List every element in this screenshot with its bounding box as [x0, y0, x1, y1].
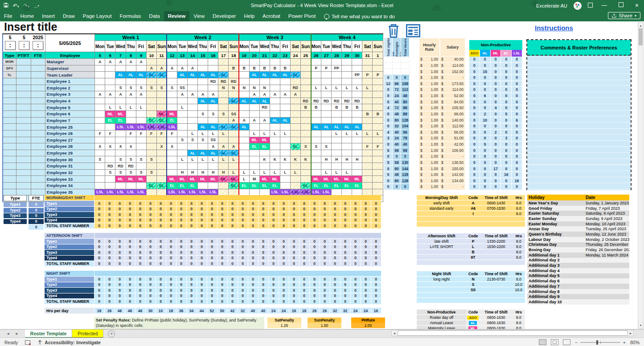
shift-count-cell[interactable]: 0 — [156, 206, 166, 212]
roster-cell[interactable] — [188, 59, 198, 65]
roster-cell[interactable] — [198, 85, 208, 91]
hrs-per-day-cell[interactable]: 34 — [186, 308, 197, 313]
totals-cell[interactable]: 86 — [393, 81, 401, 87]
roster-cell[interactable] — [95, 111, 105, 118]
shift-count-cell[interactable]: 0 — [115, 255, 125, 261]
roster-cell[interactable] — [167, 104, 177, 111]
roster-cell[interactable]: ML — [115, 176, 126, 183]
shift-count-cell[interactable]: 0 — [186, 239, 197, 244]
roster-cell[interactable] — [146, 98, 156, 104]
salary-cell[interactable]: $98.00 — [440, 111, 465, 118]
roster-cell[interactable]: EL — [321, 182, 332, 189]
employee-type[interactable] — [3, 117, 16, 124]
shift-count-cell[interactable]: 0 — [166, 288, 176, 293]
shift-count-cell[interactable]: 0 — [145, 288, 156, 293]
fte-cell[interactable] — [31, 169, 45, 176]
shift-count-cell[interactable]: 0 — [166, 201, 176, 207]
totals-cell[interactable]: 4 — [384, 105, 393, 111]
ribbon-tab-developer[interactable]: Developer — [209, 11, 240, 21]
np-value-cell[interactable]: 0 — [469, 135, 480, 142]
total-staff-cell[interactable]: 0 — [320, 299, 330, 305]
shift-count-cell[interactable]: 0 — [309, 288, 320, 293]
employee-name[interactable]: Employee 25 — [45, 124, 94, 130]
shift-name-cell[interactable]: standard early — [417, 206, 466, 211]
fte-value[interactable]: 0 — [29, 219, 44, 224]
roster-cell[interactable]: A — [115, 59, 126, 65]
shift-count-cell[interactable]: 0 — [207, 212, 217, 218]
shift-code-cell[interactable]: B — [466, 249, 480, 254]
employee-name[interactable]: Employee 6 — [45, 111, 94, 118]
shift-count-cell[interactable]: 0 — [238, 244, 248, 250]
roster-cell[interactable] — [188, 85, 198, 91]
shift-count-cell[interactable]: 0 — [125, 293, 135, 299]
hrs-per-day-cell[interactable]: 50 — [217, 308, 227, 313]
shift-time-cell[interactable] — [480, 293, 513, 297]
roster-cell[interactable]: S — [167, 85, 177, 91]
total-staff-cell[interactable]: 0 — [135, 223, 145, 229]
roster-cell[interactable]: LSL — [136, 124, 146, 130]
totals-cell[interactable]: 104 — [401, 123, 410, 130]
roster-cell[interactable] — [208, 59, 218, 65]
roster-cell[interactable]: PP — [352, 72, 362, 78]
fte-cell[interactable] — [31, 59, 45, 65]
roster-cell[interactable] — [239, 91, 249, 98]
shift-count-cell[interactable]: 0 — [135, 212, 145, 218]
roster-cell[interactable]: ML — [249, 137, 259, 143]
holiday-name[interactable]: Additional day 4 — [527, 268, 584, 273]
roster-cell[interactable] — [311, 156, 321, 163]
np-value-cell[interactable]: 0 — [501, 130, 512, 136]
np-value-cell[interactable]: 0 — [480, 172, 491, 178]
roster-cell[interactable]: A — [177, 91, 187, 98]
roster-cell[interactable] — [136, 117, 146, 124]
shift-count-cell[interactable]: 0 — [145, 277, 156, 282]
shift-count-cell[interactable]: 0 — [94, 206, 104, 212]
roster-cell[interactable] — [270, 163, 280, 170]
shift-count-cell[interactable]: 0 — [176, 282, 186, 288]
shift-hrs-cell[interactable]: 8.0 — [513, 249, 525, 254]
normal-view-icon[interactable] — [539, 339, 546, 345]
employee-type[interactable] — [3, 130, 16, 137]
type-legend-item[interactable]: Type3 — [4, 213, 27, 218]
roster-cell[interactable] — [352, 137, 362, 143]
shift-count-cell[interactable]: 0 — [289, 217, 299, 223]
totals-cell[interactable]: 72 — [393, 87, 401, 93]
sun-penalty-box[interactable]: SunPenalty1.50 — [308, 318, 341, 328]
hourly-rate-cell[interactable]: $1.00 — [419, 57, 440, 63]
roster-cell[interactable] — [229, 130, 239, 137]
shift-count-cell[interactable]: 0 — [330, 244, 340, 250]
np-value-cell[interactable]: 2 — [480, 111, 491, 118]
new-sheet-button[interactable]: + — [108, 330, 115, 338]
shift-count-cell[interactable]: 0 — [217, 217, 227, 223]
roster-cell[interactable] — [188, 78, 198, 85]
roster-cell[interactable]: RD — [229, 78, 239, 85]
shift-count-cell[interactable]: 0 — [268, 201, 279, 207]
shift-count-cell[interactable]: 0 — [166, 239, 176, 244]
np-value-cell[interactable]: 0 — [512, 135, 522, 142]
shift-name-cell[interactable] — [417, 298, 466, 303]
roster-cell[interactable]: ML — [352, 176, 362, 183]
shift-count-cell[interactable]: 0 — [115, 206, 125, 212]
ptft-cell[interactable] — [16, 104, 31, 111]
shift-name-cell[interactable] — [417, 255, 466, 260]
totals-cell[interactable] — [401, 63, 410, 69]
ribbon-tab-formulas[interactable]: Formulas — [115, 11, 145, 21]
roster-cell[interactable] — [270, 59, 280, 65]
np-value-cell[interactable]: 0 — [469, 93, 480, 99]
roster-cell[interactable]: F — [105, 130, 115, 137]
shift-count-cell[interactable]: 0 — [227, 288, 238, 293]
shift-count-cell[interactable]: 0 — [94, 282, 104, 288]
total-staff-cell[interactable]: 0 — [289, 223, 299, 229]
hourly-rate-cell[interactable]: $1.00 — [419, 160, 440, 166]
roster-cell[interactable]: L — [362, 85, 373, 91]
roster-cell[interactable]: S — [115, 85, 126, 91]
shift-name-cell[interactable] — [417, 211, 466, 216]
shift-hrs-cell[interactable]: 8.0 — [513, 211, 525, 216]
shift-time-cell[interactable]: 0800-1630 — [480, 315, 513, 320]
roster-cell[interactable]: S — [311, 143, 321, 150]
shift-count-cell[interactable]: 0 — [299, 239, 309, 244]
shift-count-cell[interactable]: 0 — [320, 277, 330, 282]
roster-cell[interactable]: L — [332, 85, 342, 91]
np-value-cell[interactable]: 0 — [480, 166, 491, 172]
total-staff-cell[interactable]: 0 — [186, 299, 197, 305]
roster-cell[interactable]: AL — [208, 150, 218, 156]
